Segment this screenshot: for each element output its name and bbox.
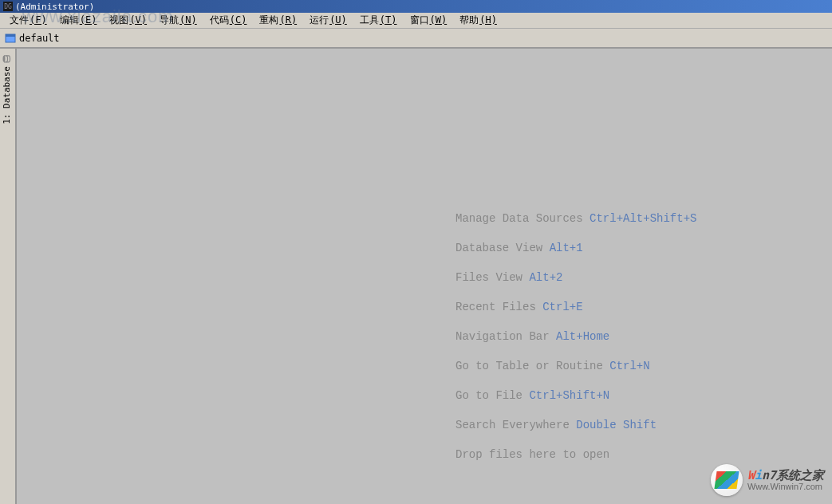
svg-rect-1 [6,34,15,37]
menu-edit[interactable]: 编辑(E) [53,12,104,29]
menu-window[interactable]: 窗口(W) [404,12,454,29]
shortcut-go-to-table: Go to Table or Routine Ctrl+N [455,360,696,372]
navbar: default [0,29,832,48]
menu-navigate[interactable]: 导航(N) [153,12,203,29]
shortcut-files-view: Files View Alt+2 [455,272,696,283]
database-icon [2,53,12,63]
window-title: (Administrator) [15,2,94,12]
shortcut-navigation-bar: Navigation Bar Alt+Home [455,331,696,342]
navbar-label[interactable]: default [19,33,60,44]
sidebar-left: 1: Database [0,48,16,504]
menu-run[interactable]: 运行(U) [303,12,353,29]
shortcut-recent-files: Recent Files Ctrl+E [455,301,696,313]
menu-file[interactable]: 文件(F) [3,12,53,29]
menu-view[interactable]: 视图(V) [103,12,153,29]
shortcut-search-everywhere: Search Everywhere Double Shift [455,419,696,431]
titlebar: DG (Administrator) [0,0,832,13]
shortcuts-panel: Manage Data Sources Ctrl+Alt+Shift+S Dat… [455,213,696,478]
menu-refactor[interactable]: 重构(R) [253,12,303,29]
app-icon: DG [3,2,13,11]
menu-help[interactable]: 帮助(H) [453,12,503,29]
svg-point-2 [3,56,6,62]
shortcut-database-view: Database View Alt+1 [455,242,696,254]
menu-code[interactable]: 代码(C) [203,12,254,29]
editor-empty-state[interactable]: Manage Data Sources Ctrl+Alt+Shift+S Dat… [16,48,832,504]
shortcut-drop-files: Drop files here to open [455,449,696,460]
shortcut-go-to-file: Go to File Ctrl+Shift+N [455,390,696,401]
sidebar-tab-label: 1: Database [2,66,12,124]
shortcut-manage-data-sources: Manage Data Sources Ctrl+Alt+Shift+S [455,213,696,224]
sidebar-tab-database[interactable]: 1: Database [0,49,14,129]
menubar: 文件(F) 编辑(E) 视图(V) 导航(N) 代码(C) 重构(R) 运行(U… [0,13,832,29]
menu-tools[interactable]: 工具(T) [353,12,404,29]
console-icon [5,33,16,44]
